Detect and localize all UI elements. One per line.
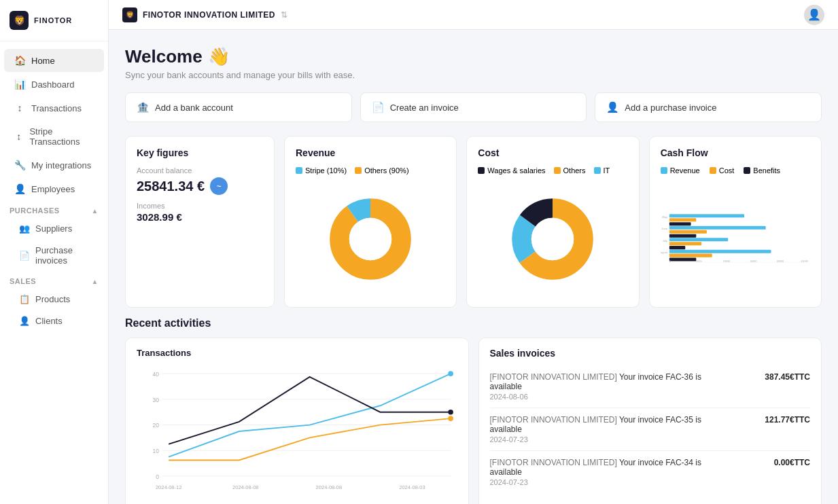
svg-rect-14 [669, 226, 766, 230]
svg-text:0: 0 [669, 260, 671, 263]
invoice-desc-fac36: [FINOTOR INNOVATION LIMITED] Your invoic… [490, 372, 735, 401]
invoice-desc-fac34: [FINOTOR INNOVATION LIMITED] Your invoic… [490, 458, 735, 486]
sidebar-item-products[interactable]: 📋 Products [4, 289, 104, 310]
sidebar: 🦁 FINOTOR 🏠 Home 📊 Dashboard ↕ Transacti… [0, 0, 109, 504]
invoice-desc-fac35: [FINOTOR INNOVATION LIMITED] Your invoic… [490, 415, 735, 444]
invoice-icon: 📄 [372, 101, 385, 113]
sidebar-item-stripe-transactions[interactable]: ↕ Stripe Transactions [4, 120, 104, 153]
sales-section-label: Sales [10, 277, 36, 285]
sidebar-item-clients-label: Clients [35, 316, 63, 326]
cost-donut-container [478, 181, 627, 296]
cf-benefits-label: Benefits [753, 166, 780, 175]
svg-rect-18 [669, 242, 701, 245]
figures-row: Key figures Account balance 25841.34 € ~… [125, 136, 822, 308]
activities-section: Recent activities Transactions 40 30 [125, 317, 822, 504]
sidebar-item-suppliers-label: Suppliers [35, 223, 72, 234]
incomes-label: Incomes [137, 202, 263, 210]
revenue-donut-chart [326, 195, 415, 283]
sidebar-item-purchase-invoices[interactable]: 📄 Purchase invoices [4, 240, 104, 271]
invoice-amount-fac36: 387.45€TTC [765, 372, 810, 382]
clients-icon: 👤 [19, 316, 30, 326]
user-avatar[interactable]: 👤 [804, 5, 824, 25]
cash-flow-card: Cash Flow Revenue Cost Benefits [649, 136, 822, 308]
add-bank-account-button[interactable]: 🏦 Add a bank account [125, 92, 352, 122]
stripe-legend-dot [296, 167, 302, 174]
activities-title: Recent activities [125, 317, 822, 329]
svg-rect-16 [669, 234, 696, 238]
sidebar-item-suppliers[interactable]: 👥 Suppliers [4, 218, 104, 239]
svg-text:2024-08-08: 2024-08-08 [316, 484, 343, 490]
sidebar-item-integrations[interactable]: 🔧 My integrations [4, 154, 104, 177]
cost-legend-it: IT [594, 166, 610, 175]
cf-legend-cost: Cost [710, 166, 735, 175]
transactions-icon: ↕ [14, 103, 26, 113]
invoice-row-fac34: [FINOTOR INNOVATION LIMITED] Your invoic… [490, 451, 811, 493]
cost-legend-wages: Wages & salaries [478, 166, 545, 175]
invoice-amount-fac35: 121.77€TTC [765, 415, 810, 425]
integrations-icon: 🔧 [14, 160, 26, 170]
balance-badge: ~ [210, 177, 228, 195]
purchases-chevron: ▲ [92, 207, 99, 215]
stripe-icon: ↕ [14, 131, 24, 142]
balance-amount: 25841.34 € [137, 179, 205, 194]
create-invoice-button[interactable]: 📄 Create an invoice [360, 92, 587, 122]
products-icon: 📋 [19, 294, 30, 304]
sidebar-item-employees[interactable]: 👤 Employees [4, 177, 104, 200]
invoice-company-fac36: [FINOTOR INNOVATION LIMITED] Your invoic… [490, 372, 735, 391]
svg-text:2024-08-12: 2024-08-12 [156, 484, 182, 490]
sidebar-item-products-label: Products [35, 294, 70, 304]
svg-text:2024-08-03: 2024-08-03 [399, 484, 425, 490]
invoice-row-fac35: [FINOTOR INNOVATION LIMITED] Your invoic… [490, 408, 811, 451]
cf-cost-label: Cost [719, 166, 735, 175]
svg-rect-13 [669, 222, 691, 226]
add-purchase-invoice-button[interactable]: 👤 Add a purchase invoice [595, 92, 822, 122]
svg-rect-22 [669, 258, 696, 262]
svg-text:July: July [662, 239, 667, 242]
sidebar-item-dashboard[interactable]: 📊 Dashboard [4, 73, 104, 96]
svg-rect-17 [669, 238, 728, 241]
logo-icon: 🦁 [10, 11, 29, 30]
sidebar-item-transactions-label: Transactions [31, 103, 82, 113]
sidebar-item-home[interactable]: 🏠 Home [4, 49, 104, 72]
suppliers-icon: 👥 [19, 223, 30, 234]
employees-icon: 👤 [14, 183, 26, 194]
cf-revenue-dot [661, 167, 667, 174]
welcome-section: Welcome 👋 Sync your bank accounts and ma… [125, 46, 822, 80]
company-dropdown-icon[interactable]: ⇅ [281, 10, 287, 20]
transactions-card: Transactions 40 30 20 10 0 [125, 338, 469, 504]
welcome-text: Welcome [125, 46, 203, 67]
welcome-title: Welcome 👋 [125, 46, 822, 67]
sidebar-item-transactions[interactable]: ↕ Transactions [4, 96, 104, 120]
svg-point-2 [349, 217, 391, 259]
svg-text:5000: 5000 [696, 260, 701, 263]
sidebar-item-employees-label: Employees [31, 184, 75, 194]
sidebar-item-clients[interactable]: 👤 Clients [4, 310, 104, 331]
add-purchase-invoice-label: Add a purchase invoice [625, 103, 716, 113]
sidebar-item-home-label: Home [31, 56, 55, 66]
svg-point-40 [448, 371, 453, 376]
revenue-legend: Stripe (10%) Others (90%) [296, 166, 445, 175]
cost-donut-chart [508, 195, 597, 283]
cost-others-label: Others [563, 166, 586, 175]
cf-legend-benefits: Benefits [744, 166, 780, 175]
activities-row: Transactions 40 30 20 10 0 [125, 338, 822, 504]
sidebar-logo: 🦁 FINOTOR [0, 0, 108, 41]
content: Welcome 👋 Sync your bank accounts and ma… [109, 30, 838, 504]
account-balance-value: 25841.34 € ~ [137, 177, 263, 195]
cf-legend-revenue: Revenue [661, 166, 700, 175]
sidebar-item-dashboard-label: Dashboard [31, 79, 75, 90]
svg-text:25000: 25000 [801, 260, 807, 263]
purchases-section-label: Purchases [10, 206, 60, 215]
svg-rect-15 [669, 230, 707, 234]
svg-text:15000: 15000 [750, 260, 756, 263]
stripe-legend-label: Stripe (10%) [305, 166, 347, 175]
incomes-value: 3028.99 € [137, 211, 263, 223]
purchases-section-header[interactable]: Purchases ▲ [0, 201, 108, 217]
revenue-card: Revenue Stripe (10%) Others (90%) [284, 136, 457, 308]
invoice-date-fac34: 2024-07-23 [490, 478, 735, 486]
sales-section-header[interactable]: Sales ▲ [0, 272, 108, 288]
svg-text:August: August [661, 251, 668, 254]
others-legend-label: Others (90%) [364, 166, 408, 175]
svg-text:40: 40 [153, 371, 160, 378]
svg-point-6 [531, 217, 574, 259]
